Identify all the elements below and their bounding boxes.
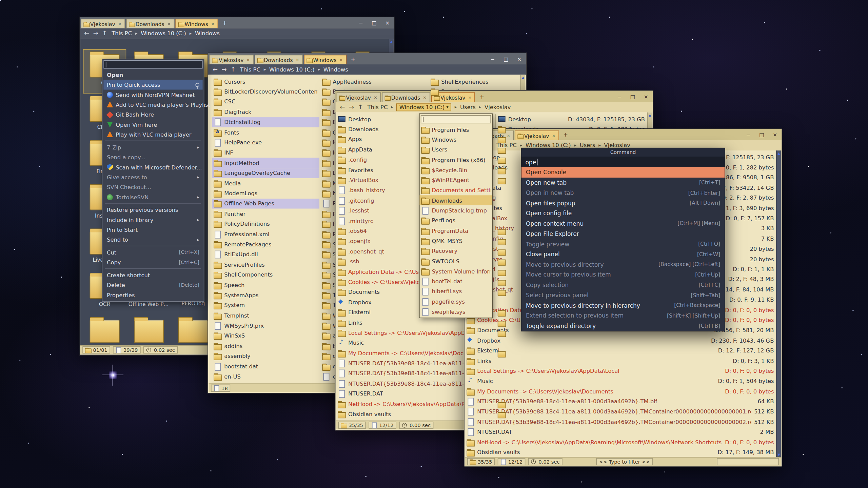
palette-item-copy-selection[interactable]: Copy selection[Ctrl+C] bbox=[521, 280, 725, 290]
breadcrumb-this-pc[interactable]: This PC bbox=[112, 30, 132, 37]
rename-input[interactable] bbox=[103, 60, 202, 68]
file-row[interactable]: InputMethod bbox=[212, 158, 319, 168]
popup-item[interactable]: pagefile.sys bbox=[420, 297, 492, 307]
nav-up-button[interactable]: ↑ bbox=[231, 66, 236, 73]
file-row[interactable]: NetHood -> C:\Users\Vjekoslav\AppData\Ro… bbox=[465, 437, 775, 447]
palette-item-move-to-previous-directory-in-hierarchy[interactable]: Move to previous directory in hierarchy[… bbox=[521, 300, 725, 310]
nav-forward-button[interactable]: → bbox=[93, 30, 98, 37]
tab-vjekoslav[interactable]: Vjekoslav× bbox=[81, 19, 125, 28]
nav-forward-button[interactable]: → bbox=[221, 66, 226, 73]
desktop-grid-item[interactable]: Polic... bbox=[84, 316, 126, 345]
file-row[interactable]: PolicyDefinitions bbox=[212, 219, 319, 229]
palette-item-toggle-expand-directory[interactable]: Toggle expand directory[Ctrl+B] bbox=[521, 321, 725, 331]
file-row[interactable]: Cursors bbox=[212, 76, 319, 86]
tab-close-icon[interactable]: × bbox=[552, 133, 556, 138]
file-row[interactable]: Media bbox=[212, 178, 319, 188]
menu-item-cut[interactable]: Cut[Ctrl+X] bbox=[103, 247, 202, 257]
window-maximize-button[interactable]: □ bbox=[755, 131, 768, 138]
popup-item[interactable]: Recovery bbox=[420, 246, 492, 256]
tab-close-icon[interactable]: × bbox=[296, 57, 299, 62]
palette-item-open-file-explorer[interactable]: Open File Explorer bbox=[521, 228, 725, 239]
file-row[interactable]: LinksD: 0, F: 3, 1 KB bbox=[465, 355, 775, 366]
palette-item-open-new-tab[interactable]: Open new tab[Ctrl+T] bbox=[521, 177, 725, 187]
tab-vjekoslav[interactable]: Vjekoslav× bbox=[515, 130, 559, 140]
breadcrumb-users[interactable]: Users bbox=[460, 104, 476, 110]
file-row[interactable]: DropboxD: 230, F: 1043, 46 GB bbox=[465, 335, 775, 345]
file-row[interactable]: Local Settings -> C:\Users\Vjekoslav\App… bbox=[465, 366, 775, 376]
breadcrumb-windows[interactable]: Windows bbox=[195, 30, 220, 37]
tab-downloads[interactable]: Downloads× bbox=[255, 55, 303, 64]
file-row[interactable]: NTUSER.DAT{53b39e88-18c4-11ea-a811-000d3… bbox=[465, 396, 775, 407]
breadcrumb-vjekoslav[interactable]: Vjekoslav bbox=[604, 142, 630, 148]
file-row[interactable]: System bbox=[212, 300, 319, 310]
window-maximize-button[interactable]: □ bbox=[368, 20, 381, 26]
file-row[interactable]: EksterniD: 12, F: 127, 12 GB bbox=[465, 345, 775, 355]
file-row[interactable]: AFonts bbox=[212, 127, 319, 137]
popup-item[interactable]: DumpStack.log.tmp bbox=[420, 205, 492, 216]
popup-item[interactable]: bootTel.dat bbox=[420, 276, 492, 286]
file-row[interactable]: TempInst bbox=[212, 310, 319, 321]
popup-filter-input[interactable] bbox=[421, 115, 491, 123]
file-row[interactable]: WMSysPr9.prx bbox=[212, 321, 319, 331]
file-row[interactable]: ShellComponents bbox=[212, 270, 319, 280]
new-tab-button[interactable]: + bbox=[560, 130, 571, 140]
popup-item[interactable]: ProgramData bbox=[420, 226, 492, 236]
window-maximize-button[interactable]: □ bbox=[626, 93, 639, 99]
tab-close-icon[interactable]: × bbox=[423, 95, 427, 100]
menu-item-copy[interactable]: Copy[Ctrl+C] bbox=[103, 257, 202, 267]
breadcrumb-windows-10-c[interactable]: Windows 10 (C:) bbox=[141, 30, 186, 37]
file-row[interactable]: LanguageOverlayCache bbox=[212, 168, 319, 178]
tab-close-icon[interactable]: × bbox=[339, 57, 343, 62]
new-tab-button[interactable]: + bbox=[348, 55, 359, 64]
file-row[interactable]: RtlExUpd.dll bbox=[212, 249, 319, 260]
file-row[interactable]: My Documents -> C:\Users\Vjekoslav\Docum… bbox=[465, 386, 775, 396]
titlebar[interactable]: Vjekoslav×Downloads×Windows×+ −□× bbox=[208, 53, 526, 64]
window-close-button[interactable]: × bbox=[768, 131, 782, 138]
file-row[interactable]: Panther bbox=[212, 209, 319, 219]
palette-item-move-cursor-to-previous-item[interactable]: Move cursor to previous item[Ctrl+Up] bbox=[521, 269, 725, 280]
window-minimize-button[interactable]: − bbox=[354, 20, 368, 26]
file-row[interactable]: DtcInstall.log bbox=[212, 117, 319, 127]
menu-item-restore-previous-versions[interactable]: Restore previous versions bbox=[103, 205, 202, 215]
menu-item-open[interactable]: Open bbox=[103, 70, 202, 80]
palette-item-open-console[interactable]: Open Console bbox=[521, 167, 725, 177]
titlebar[interactable]: Vjekoslav×Downloads×Windows×+ −□× bbox=[80, 17, 394, 28]
palette-item-open-files-popup[interactable]: Open files popup[Alt+Down] bbox=[521, 198, 725, 208]
window-minimize-button[interactable]: − bbox=[613, 93, 626, 99]
file-row[interactable]: AppReadiness bbox=[320, 76, 428, 86]
scroll-up-icon[interactable]: ▲ bbox=[522, 75, 525, 80]
tab-close-icon[interactable]: × bbox=[374, 95, 377, 100]
file-row[interactable]: Speech bbox=[212, 280, 319, 290]
breadcrumb-windows-10-c[interactable]: Windows 10 (C:) bbox=[269, 66, 315, 73]
popup-item[interactable]: QMK_MSYS bbox=[420, 236, 492, 246]
file-row[interactable]: bootstat.dat bbox=[212, 361, 319, 371]
palette-item-open-context-menu[interactable]: Open context menu[Ctrl+M] [Menu] bbox=[521, 218, 725, 228]
menu-item-send-with-nordvpn-meshnet[interactable]: Send with NordVPN Meshnet bbox=[103, 89, 202, 99]
file-row[interactable]: assembly bbox=[212, 351, 319, 361]
nav-back-button[interactable]: ← bbox=[340, 103, 345, 110]
file-row[interactable]: Obsidian vaultsD: 17, F: 149, 38 MB bbox=[465, 447, 775, 457]
nav-up-button[interactable]: ↑ bbox=[358, 103, 363, 110]
file-row[interactable]: CSC bbox=[212, 97, 319, 107]
file-row[interactable]: en-US bbox=[212, 371, 319, 382]
desktop-grid-item[interactable]: Prefetch bbox=[128, 316, 170, 345]
file-row[interactable]: MusicD: 0, F: 1, 504 bytes bbox=[465, 376, 775, 386]
tab-close-icon[interactable]: × bbox=[211, 21, 215, 26]
tab-close-icon[interactable]: × bbox=[507, 133, 510, 138]
menu-item-svn-checkout[interactable]: SVN Checkout... bbox=[103, 182, 202, 192]
menu-item-play-with-vlc-media-player[interactable]: Play with VLC media player bbox=[103, 129, 202, 139]
scroll-down-icon[interactable]: ▼ bbox=[777, 452, 780, 457]
menu-item-tortoisesvn[interactable]: TortoiseSVN▸ bbox=[103, 192, 202, 202]
menu-item-delete[interactable]: Delete[Delete] bbox=[103, 280, 202, 290]
popup-item[interactable]: SWTOOLS bbox=[420, 256, 492, 266]
palette-item-close-panel[interactable]: Close panel[Ctrl+W] bbox=[521, 249, 725, 259]
tab-downloads[interactable]: Downloads× bbox=[126, 19, 174, 28]
new-tab-button[interactable]: + bbox=[476, 93, 488, 102]
file-row[interactable]: ModemLogs bbox=[212, 188, 319, 199]
breadcrumb-vjekoslav[interactable]: Vjekoslav bbox=[485, 104, 511, 110]
tab-windows[interactable]: Windows× bbox=[175, 19, 218, 28]
tab-close-icon[interactable]: × bbox=[246, 57, 250, 62]
tab-vjekoslav[interactable]: Vjekoslav× bbox=[337, 93, 381, 102]
titlebar[interactable]: Vjekoslav×Downloads×Vjekoslav×+ −□× bbox=[335, 91, 653, 102]
file-row[interactable]: DiagTrack bbox=[212, 107, 319, 117]
